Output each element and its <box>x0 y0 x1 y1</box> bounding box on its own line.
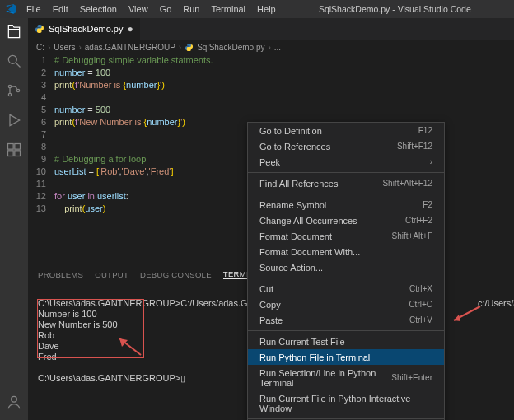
panel-tab-problems[interactable]: PROBLEMS <box>38 270 83 279</box>
svg-rect-6 <box>8 151 14 156</box>
menu-help[interactable]: Help <box>252 2 281 16</box>
context-item[interactable]: Go to DefinitionF12 <box>248 123 444 138</box>
context-item[interactable]: Run Selection/Line in Python TerminalShi… <box>248 365 444 390</box>
menu-go[interactable]: Go <box>155 2 177 16</box>
context-item[interactable]: Find All ReferencesShift+Alt+F12 <box>248 175 444 191</box>
context-item[interactable]: Format Document With... <box>248 244 444 259</box>
breadcrumb[interactable]: C:› Users› adas.GANTNERGROUP› SqlShackDe… <box>28 40 514 54</box>
menu-bar: File Edit Selection View Go Run Terminal… <box>21 2 281 16</box>
window-title: SqlShackDemo.py - Visual Studio Code <box>281 4 509 14</box>
context-item[interactable]: Go to ReferencesShift+F12 <box>248 138 444 154</box>
explorer-icon[interactable] <box>6 23 22 41</box>
svg-point-2 <box>8 93 11 96</box>
python-icon <box>35 24 44 34</box>
source-control-icon[interactable] <box>6 82 22 100</box>
panel-tab-output[interactable]: OUTPUT <box>95 270 128 279</box>
context-item[interactable]: PasteCtrl+V <box>248 312 444 328</box>
context-menu: Go to DefinitionF12Go to ReferencesShift… <box>247 122 445 420</box>
python-icon <box>185 43 194 52</box>
tab-dirty-indicator[interactable]: ● <box>128 23 133 35</box>
activity-bar <box>0 18 28 420</box>
menu-run[interactable]: Run <box>178 2 204 16</box>
context-item[interactable]: Change All OccurrencesCtrl+F2 <box>248 212 444 228</box>
context-item[interactable]: Run Current Test File <box>248 334 444 349</box>
context-item[interactable]: Run Current File in Python Interactive W… <box>248 390 444 416</box>
context-item[interactable]: Run Python File in Terminal <box>248 349 444 365</box>
titlebar: File Edit Selection View Go Run Terminal… <box>0 0 514 18</box>
search-icon[interactable] <box>6 53 22 71</box>
line-numbers: 12345678910111213 <box>28 54 54 264</box>
menu-selection[interactable]: Selection <box>75 2 122 16</box>
run-debug-icon[interactable] <box>6 112 22 130</box>
context-item[interactable]: CopyCtrl+C <box>248 296 444 312</box>
context-item[interactable]: Source Action... <box>248 259 444 275</box>
menu-view[interactable]: View <box>124 2 153 16</box>
svg-point-8 <box>12 396 17 402</box>
panel-tab-debug[interactable]: DEBUG CONSOLE <box>140 270 212 279</box>
svg-rect-7 <box>15 151 21 156</box>
editor-tabs: SqlShackDemo.py ● <box>28 18 514 40</box>
menu-edit[interactable]: Edit <box>48 2 73 16</box>
context-item[interactable]: Format DocumentShift+Alt+F <box>248 228 444 244</box>
svg-rect-4 <box>8 144 14 150</box>
svg-point-3 <box>16 89 19 91</box>
svg-rect-5 <box>15 144 21 150</box>
context-item[interactable]: CutCtrl+X <box>248 281 444 296</box>
tab-sqlshackdemo[interactable]: SqlShackDemo.py ● <box>28 18 141 40</box>
menu-file[interactable]: File <box>21 2 46 16</box>
svg-point-1 <box>8 85 11 87</box>
vscode-icon <box>5 3 16 15</box>
context-item[interactable]: Peek› <box>248 154 444 170</box>
menu-terminal[interactable]: Terminal <box>207 2 251 16</box>
svg-point-0 <box>8 55 16 63</box>
accounts-icon[interactable] <box>6 394 22 412</box>
extensions-icon[interactable] <box>6 142 22 160</box>
context-item[interactable]: Rename SymbolF2 <box>248 197 444 212</box>
tab-label: SqlShackDemo.py <box>49 24 124 34</box>
